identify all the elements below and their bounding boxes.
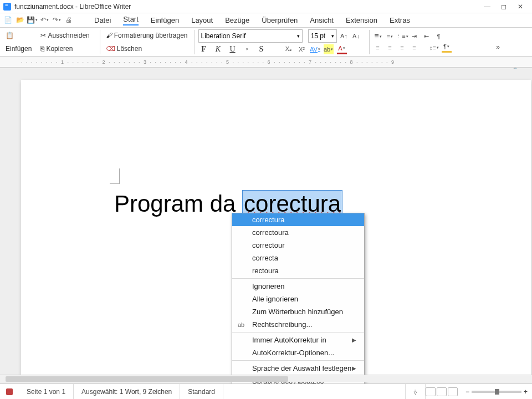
clear-formatting-label: Löschen [117, 45, 142, 53]
paste-button[interactable]: 📋 [3, 29, 16, 42]
modified-icon[interactable] [6, 388, 13, 396]
zoom-out-icon[interactable]: − [466, 388, 469, 396]
view-book-button[interactable] [448, 387, 458, 396]
print-icon[interactable]: 🖨 [63, 15, 74, 25]
view-single-page-button[interactable] [426, 387, 436, 396]
menu-ueberpruefen[interactable]: Überprüfen [262, 16, 298, 24]
line-spacing-button[interactable]: ↕≡ [429, 43, 439, 53]
submenu-arrow-icon: ▶ [352, 365, 356, 371]
ignore-item[interactable]: Ignorieren [232, 280, 364, 293]
text-prefix: Program da [114, 191, 242, 217]
new-doc-icon[interactable]: 📄 [2, 15, 13, 25]
save-icon[interactable]: 💾 [27, 15, 38, 25]
copy-icon: ⎘ [40, 45, 44, 53]
suggestion-item[interactable]: correcta [232, 252, 364, 264]
cut-label: Ausschneiden [48, 32, 89, 39]
view-multi-page-button[interactable] [437, 387, 447, 396]
underline-options[interactable] [242, 44, 253, 55]
menu-einfuegen[interactable]: Einfügen [151, 16, 179, 24]
chevron-down-icon: ▾ [297, 33, 300, 39]
zoom-in-icon[interactable]: + [524, 388, 528, 396]
strikethrough-button[interactable]: S [256, 44, 267, 55]
cut-button[interactable]: ✂ Ausschneiden [38, 29, 91, 42]
number-list-button[interactable]: ≡ [385, 32, 395, 42]
toolbar: 📋 Einfügen ✂ Ausschneiden ⎘ Kopieren 🖌 F… [0, 28, 532, 57]
italic-button[interactable]: K [213, 44, 224, 55]
underline-button[interactable]: U [227, 44, 238, 55]
copy-button[interactable]: ⎘ Kopieren [38, 43, 75, 55]
maximize-button[interactable]: ◻ [495, 3, 512, 11]
page-style-cell[interactable]: Standard [180, 384, 223, 399]
grow-font-button[interactable]: A↑ [339, 31, 349, 41]
status-bar: Seite 1 von 1 Ausgewählt: 1 Wort, 9 Zeic… [0, 383, 532, 399]
clone-formatting-label: Formatierung übertragen [114, 32, 188, 39]
autocorrect-in-item[interactable]: Immer AutoKorrektur in▶ [232, 334, 364, 346]
spellcheck-icon: ab [238, 321, 244, 328]
undo-icon[interactable]: ↶ [39, 15, 50, 25]
menu-extras[interactable]: Extras [390, 16, 410, 24]
suggestion-item[interactable]: rectoura [232, 264, 364, 277]
menu-layout[interactable]: Layout [191, 16, 213, 24]
horizontal-ruler[interactable]: · · · · · · · · 1 · · · · · · · 2 · · · … [0, 57, 532, 68]
redo-icon[interactable]: ↷ [51, 15, 62, 25]
clone-formatting-button[interactable]: 🖌 Formatierung übertragen [104, 29, 190, 42]
insert-mode-cell[interactable]: ⎀ [405, 384, 426, 399]
outline-list-button[interactable]: ⋮≡ [397, 32, 407, 42]
scissors-icon: ✂ [40, 32, 46, 39]
add-to-dictionary-item[interactable]: Zum Wörterbuch hinzufügen [232, 305, 364, 318]
menu-datei[interactable]: Datei [94, 16, 111, 24]
align-right-button[interactable]: ≡ [397, 43, 407, 53]
lang-selection-item[interactable]: Sprache der Auswahl festlegen▶ [232, 362, 364, 375]
decrease-indent-button[interactable]: ⇤ [422, 32, 432, 42]
toolbar-overflow-icon[interactable]: » [496, 43, 500, 51]
title-bar: funcziunament.docx - LibreOffice Writer … [0, 0, 532, 13]
bullet-list-button[interactable]: ≣ [373, 32, 383, 42]
document-icon [3, 3, 11, 11]
char-format-button[interactable]: AV [310, 44, 320, 54]
close-button[interactable]: ✕ [512, 3, 529, 11]
menu-bezuege[interactable]: Bezüge [225, 16, 249, 24]
paintbrush-icon: 🖌 [106, 32, 112, 39]
font-name-select[interactable]: Liberation Serif ▾ [198, 29, 303, 43]
suggestion-item[interactable]: correctoura [232, 226, 364, 239]
formatting-marks-button[interactable]: ¶ [434, 32, 444, 42]
zoom-slider[interactable]: − + [466, 388, 528, 396]
increase-indent-button[interactable]: ⇥ [410, 32, 420, 42]
scrollbar-thumb[interactable] [6, 376, 288, 382]
shrink-font-button[interactable]: A↓ [351, 31, 361, 41]
align-justify-button[interactable]: ≡ [410, 43, 420, 53]
selection-info-cell: Ausgewählt: 1 Wort, 9 Zeichen [74, 384, 180, 399]
submenu-arrow-icon: ▶ [352, 337, 356, 343]
font-size-select[interactable]: 15 pt ▾ [308, 29, 337, 43]
view-mode-group [426, 387, 458, 396]
align-center-button[interactable]: ≡ [385, 43, 395, 53]
suggestion-item[interactable]: correctura [232, 213, 364, 226]
font-name-value: Liberation Serif [201, 32, 246, 40]
menu-start[interactable]: Start [123, 15, 138, 25]
cursor-indicator [110, 168, 120, 184]
horizontal-scrollbar[interactable] [0, 375, 532, 382]
align-left-button[interactable]: ≡ [373, 43, 383, 53]
zoom-thumb[interactable] [495, 389, 499, 395]
menu-ansicht[interactable]: Ansicht [310, 16, 334, 24]
paste-icon: 📋 [6, 32, 14, 39]
autocorrect-options-item[interactable]: AutoKorrektur-Optionen... [232, 346, 364, 359]
clear-formatting-button[interactable]: ⌫ Löschen [104, 43, 144, 55]
subscript-button[interactable]: X₂ [284, 44, 294, 54]
menu-extension[interactable]: Extension [346, 16, 377, 24]
zoom-track[interactable] [472, 391, 521, 393]
minimize-button[interactable]: — [479, 3, 495, 11]
copy-label: Kopieren [46, 45, 73, 53]
page-number-cell[interactable]: Seite 1 von 1 [19, 384, 74, 399]
font-color-button[interactable]: A [337, 44, 347, 54]
suggestion-item[interactable]: correctour [232, 239, 364, 252]
paste-label[interactable]: Einfügen [3, 43, 34, 55]
bold-button[interactable]: F [198, 44, 209, 55]
open-icon[interactable]: 📂 [14, 15, 25, 25]
highlight-button[interactable]: ab [324, 44, 334, 54]
ignore-all-item[interactable]: Alle ignorieren [232, 293, 364, 305]
paragraph-color-button[interactable]: ¶ [442, 43, 452, 53]
spellcheck-item[interactable]: abRechtschreibung... [232, 318, 364, 331]
superscript-button[interactable]: X² [297, 44, 307, 54]
svg-rect-0 [6, 388, 13, 395]
